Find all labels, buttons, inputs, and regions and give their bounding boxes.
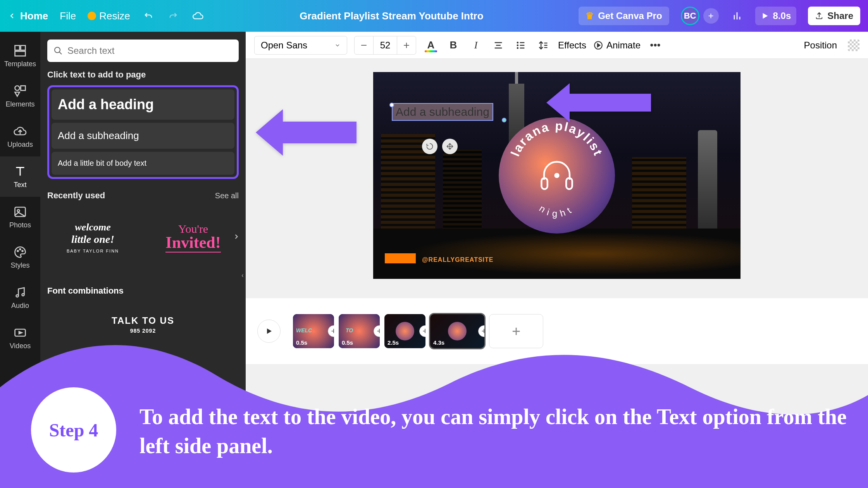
svg-text:night: night [537,203,576,219]
play-button[interactable] [257,320,281,343]
svg-point-3 [15,86,20,90]
nav-uploads[interactable]: Uploads [0,116,40,156]
resize-label: Resize [99,10,130,22]
cloud-sync-button[interactable] [191,9,205,22]
elements-icon [13,84,27,98]
get-pro-button[interactable]: ♛ Get Canva Pro [579,7,669,25]
align-button[interactable] [491,38,506,53]
more-button[interactable]: ••• [648,38,663,53]
see-all-link[interactable]: See all [215,191,239,200]
add-member-button[interactable]: + [703,8,719,24]
font-selector[interactable]: Open Sans [254,36,347,55]
selection-handle[interactable] [389,103,394,107]
home-button[interactable]: Home [8,10,48,22]
playlist-logo[interactable]: larana playlist night [499,117,615,234]
nav-templates[interactable]: Templates [0,36,40,76]
increase-size-button[interactable]: + [397,36,416,54]
nav-videos[interactable]: Videos [0,318,40,358]
file-menu[interactable]: File [60,10,76,22]
crown-icon: ♛ [586,10,594,21]
document-title[interactable]: Gradient Playlist Stream Youtube Intro [216,10,567,22]
play-icon [761,12,769,20]
svg-point-11 [22,294,24,296]
bold-button[interactable]: B [446,38,461,53]
templates-icon [13,44,27,58]
photos-icon [13,205,27,219]
add-page-button[interactable]: + [489,314,543,348]
italic-button[interactable]: I [468,38,484,53]
palette-icon [13,245,27,259]
timeline-clip-4[interactable]: 4.3s+ [430,314,484,348]
nav-photos[interactable]: Photos [0,197,40,237]
svg-point-10 [16,295,19,297]
nav-text[interactable]: Text [0,156,40,197]
add-body-text-button[interactable]: Add a little bit of body text [52,152,234,175]
element-controls [422,139,458,154]
chevron-down-icon [334,42,341,48]
animate-button[interactable]: Animate [593,40,641,51]
timeline-clip-1[interactable]: WELC0.5s+ [293,314,334,348]
selection-handle[interactable] [502,118,506,122]
user-avatar[interactable]: BC [681,7,699,25]
resize-button[interactable]: Resize [88,10,130,22]
nav-elements[interactable]: Elements [0,76,40,116]
svg-rect-2 [15,51,26,56]
nav-audio[interactable]: Audio [0,277,40,318]
font-size-input[interactable] [373,36,397,54]
list-button[interactable] [513,38,529,53]
video-icon [13,326,27,340]
play-icon [264,326,274,336]
duration-label: 8.0s [773,10,791,21]
svg-point-16 [517,47,518,48]
move-icon [446,143,454,150]
font-name: Open Sans [261,40,307,51]
rotate-button[interactable] [422,139,437,154]
selected-text-element[interactable]: Add a subheading [392,103,493,121]
collapse-panel-button[interactable]: ‹ [239,260,246,291]
svg-rect-4 [21,86,26,90]
svg-point-13 [55,47,60,53]
tutorial-arrow-left [256,105,356,161]
redo-icon [168,10,179,21]
svg-rect-0 [15,45,20,50]
home-label: Home [20,10,48,22]
scroll-right-button[interactable] [232,231,240,244]
audio-icon [13,285,27,299]
timeline-clip-2[interactable]: TO0.5s+ [339,314,380,348]
talk-to-us-template[interactable]: TALK TO US 985 2092 [47,315,239,334]
site-url-text[interactable]: @REALLYGREATSITE [422,256,494,263]
play-duration-button[interactable]: 8.0s [755,7,797,25]
redo-button[interactable] [167,9,180,22]
share-button[interactable]: Share [808,7,860,25]
decrease-size-button[interactable]: − [355,36,373,54]
add-subheading-button[interactable]: Add a subheading [52,123,234,149]
svg-point-8 [20,249,21,250]
search-text-box[interactable] [47,40,239,62]
transparency-button[interactable] [848,40,859,51]
spacing-icon [538,40,549,51]
share-icon [815,12,823,20]
timeline-clip-3[interactable]: 2.5s+ [384,314,425,348]
text-color-button[interactable]: A [423,38,439,53]
animate-icon [593,40,603,50]
timeline: WELC0.5s+ TO0.5s+ 2.5s+ 4.3s+ + [246,298,868,364]
cloud-icon [192,10,204,22]
move-button[interactable] [442,139,458,154]
recent-template-1[interactable]: welcome little one! BABY TAYLOR FINN [47,208,138,266]
recent-template-2[interactable]: You're Invited! [148,208,239,266]
svg-point-14 [517,42,518,43]
crown-icon [88,12,96,20]
undo-button[interactable] [142,9,155,22]
svg-point-6 [17,210,20,212]
font-size-group: − + [354,36,416,55]
nav-styles[interactable]: Styles [0,237,40,277]
upload-icon [13,124,27,138]
spacing-button[interactable] [536,38,551,53]
add-heading-button[interactable]: Add a heading [52,89,234,120]
insights-button[interactable] [730,9,744,22]
effects-button[interactable]: Effects [558,40,586,51]
search-icon [53,46,63,55]
search-input[interactable] [67,45,232,56]
rotate-icon [426,143,434,150]
position-button[interactable]: Position [804,40,837,51]
